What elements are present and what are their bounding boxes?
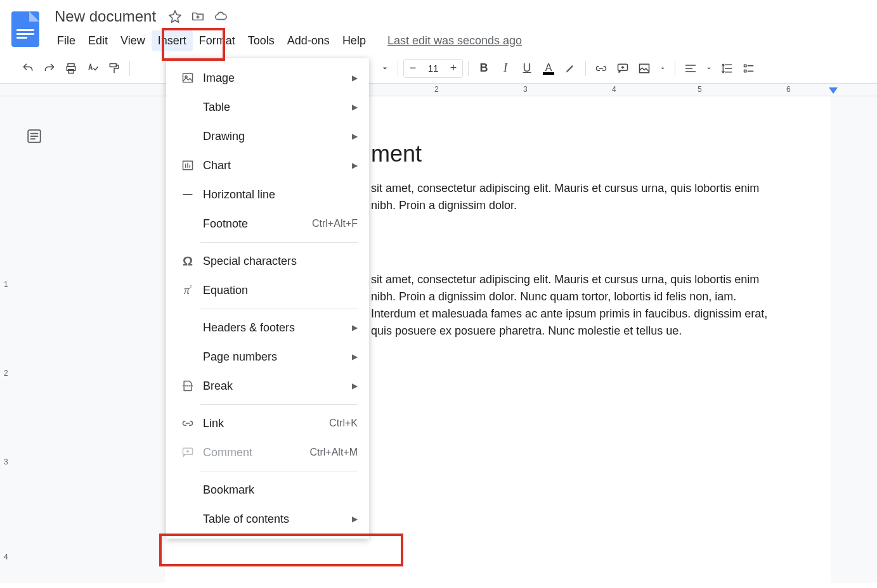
- align-icon[interactable]: [680, 58, 701, 79]
- font-size-control: − +: [403, 59, 463, 78]
- underline-icon[interactable]: U: [517, 58, 537, 79]
- ruler-mark: 4: [612, 85, 616, 94]
- shortcut-label: Ctrl+Alt+M: [309, 447, 358, 458]
- menu-item-label: Table of contents: [203, 513, 352, 526]
- insert-menu-table-of-contents[interactable]: Table of contents▶: [166, 504, 369, 534]
- submenu-arrow-icon: ▶: [352, 161, 358, 170]
- ruler-mark: 2: [434, 85, 439, 94]
- checklist-icon[interactable]: [739, 58, 759, 79]
- paint-format-icon[interactable]: [104, 58, 124, 79]
- font-size-increase[interactable]: +: [445, 60, 462, 77]
- insert-menu-special-characters[interactable]: ΩSpecial characters: [166, 246, 369, 276]
- menu-item-label: Special characters: [203, 255, 358, 268]
- bold-icon[interactable]: B: [474, 58, 494, 79]
- menu-item-label: Drawing: [203, 130, 352, 143]
- menu-separator: [200, 471, 358, 471]
- menu-item-label: Footnote: [203, 217, 312, 231]
- svg-rect-3: [110, 63, 116, 67]
- font-family-dropdown[interactable]: [377, 58, 393, 79]
- menu-addons[interactable]: Add-ons: [281, 30, 336, 51]
- menu-item-label: Page numbers: [203, 350, 352, 364]
- text-color-icon[interactable]: A: [538, 58, 559, 79]
- line-spacing-icon[interactable]: [717, 58, 737, 79]
- ruler-mark: 2: [4, 369, 8, 378]
- undo-icon[interactable]: [18, 58, 38, 79]
- menu-item-label: Equation: [203, 284, 358, 297]
- insert-link-icon[interactable]: [591, 58, 611, 79]
- highlight-icon[interactable]: [560, 58, 580, 79]
- svg-rect-6: [744, 65, 746, 67]
- insert-menu-page-numbers[interactable]: Page numbers▶: [166, 342, 369, 371]
- doc-heading[interactable]: ment: [371, 141, 774, 167]
- insert-menu-chart[interactable]: Chart▶: [166, 151, 369, 180]
- submenu-arrow-icon: ▶: [352, 132, 358, 141]
- image-dropdown[interactable]: [656, 58, 670, 79]
- menu-item-label: Bookmark: [203, 483, 358, 497]
- svg-rect-5: [640, 64, 649, 72]
- svg-rect-9: [183, 74, 193, 82]
- ruler-mark: 3: [523, 85, 528, 94]
- insert-menu-break[interactable]: Break▶: [166, 371, 369, 400]
- menu-item-label: Link: [203, 417, 329, 430]
- spellcheck-icon[interactable]: [82, 58, 103, 79]
- insert-menu-table[interactable]: Table▶: [166, 93, 369, 122]
- insert-menu-headers-footers[interactable]: Headers & footers▶: [166, 313, 369, 342]
- vertical-ruler[interactable]: 1 2 3 4: [1, 96, 14, 583]
- move-icon[interactable]: [190, 9, 205, 24]
- menu-item-label: Headers & footers: [203, 321, 352, 335]
- insert-menu-image[interactable]: Image▶: [166, 63, 369, 93]
- print-icon[interactable]: [61, 58, 81, 79]
- menu-item-label: Chart: [203, 159, 352, 172]
- menu-file[interactable]: File: [51, 30, 82, 51]
- submenu-arrow-icon: ▶: [352, 514, 358, 523]
- horizontal-ruler[interactable]: 2 3 4 5 6: [0, 84, 877, 96]
- menu-tools[interactable]: Tools: [242, 30, 281, 51]
- font-size-decrease[interactable]: −: [404, 60, 422, 77]
- menu-help[interactable]: Help: [336, 30, 372, 51]
- hr-icon: [178, 188, 198, 201]
- star-icon[interactable]: [167, 9, 183, 24]
- document-title[interactable]: New document: [51, 6, 160, 27]
- insert-image-icon[interactable]: [634, 58, 654, 79]
- docs-logo[interactable]: [11, 11, 39, 47]
- insert-menu-dropdown: Image▶Table▶Drawing▶Chart▶Horizontal lin…: [166, 58, 369, 539]
- break-icon: [178, 380, 198, 392]
- menu-item-label: Horizontal line: [203, 188, 358, 201]
- italic-icon[interactable]: I: [495, 58, 516, 79]
- submenu-arrow-icon: ▶: [352, 103, 358, 112]
- insert-menu-bookmark[interactable]: Bookmark: [166, 475, 369, 504]
- add-comment-icon[interactable]: [613, 58, 633, 79]
- redo-icon[interactable]: [39, 58, 60, 79]
- ruler-indent-marker[interactable]: [829, 87, 838, 94]
- menu-edit[interactable]: Edit: [82, 30, 114, 51]
- pi-icon: π²: [178, 284, 198, 297]
- menubar: File Edit View Insert Format Tools Add-o…: [51, 28, 877, 53]
- insert-menu-footnote[interactable]: FootnoteCtrl+Alt+F: [166, 209, 369, 238]
- submenu-arrow-icon: ▶: [352, 74, 358, 82]
- submenu-arrow-icon: ▶: [352, 352, 358, 361]
- outline-toggle-icon[interactable]: [26, 128, 44, 146]
- link-icon: [178, 417, 198, 430]
- menu-separator: [200, 242, 358, 243]
- insert-menu-equation[interactable]: π²Equation: [166, 276, 369, 305]
- image-icon: [178, 72, 198, 84]
- align-dropdown[interactable]: [702, 58, 716, 79]
- menu-separator: [200, 404, 358, 405]
- font-size-input[interactable]: [422, 63, 445, 74]
- insert-menu-drawing[interactable]: Drawing▶: [166, 122, 369, 151]
- ruler-mark: 3: [4, 457, 8, 466]
- submenu-arrow-icon: ▶: [352, 323, 358, 332]
- insert-menu-link[interactable]: LinkCtrl+K: [166, 409, 369, 438]
- insert-menu-horizontal-line[interactable]: Horizontal line: [166, 180, 369, 209]
- chart-icon: [178, 159, 198, 172]
- cloud-icon[interactable]: [213, 9, 228, 24]
- last-edit-link[interactable]: Last edit was seconds ago: [387, 34, 522, 48]
- menu-format[interactable]: Format: [193, 30, 242, 51]
- toolbar: − + B I U A: [0, 53, 877, 84]
- ruler-mark: 4: [4, 553, 8, 561]
- shortcut-label: Ctrl+Alt+F: [312, 218, 358, 229]
- menu-insert[interactable]: Insert: [152, 30, 193, 51]
- submenu-arrow-icon: ▶: [352, 381, 358, 390]
- ruler-mark: 1: [4, 280, 8, 289]
- menu-view[interactable]: View: [114, 30, 152, 51]
